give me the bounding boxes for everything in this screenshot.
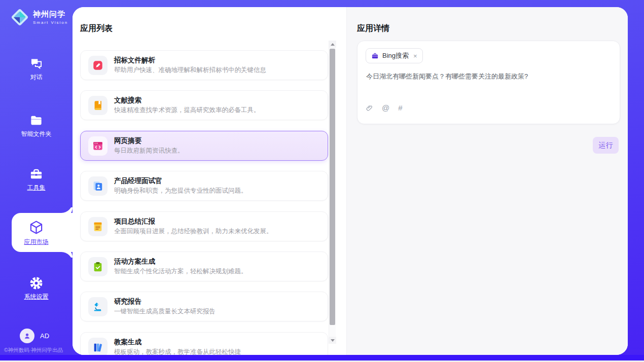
tool-tag-bing-search[interactable]: Bing搜索 × — [366, 48, 423, 63]
hash-icon[interactable]: # — [398, 103, 402, 112]
tool-tag-label: Bing搜索 — [382, 51, 409, 60]
app-card-activity-plan[interactable]: 活动方案生成 智能生成个性化活动方案，轻松解决规划难题。 — [80, 251, 328, 281]
app-window: 神州问学 Smart Vision 对话 智能文件夹 — [0, 0, 644, 362]
user-account[interactable]: AD — [20, 329, 49, 343]
app-card-desc: 帮助用户快速、准确地理解和解析招标书中的关键信息 — [114, 66, 322, 75]
app-card-lesson-plan[interactable]: 教案生成 模板驱动，教案秒成，教学准备从此轻松快捷 — [80, 332, 328, 355]
brand-text: 神州问学 Smart Vision — [33, 10, 68, 25]
app-card-title: 网页摘要 — [114, 136, 141, 146]
app-list: 招标文件解析 帮助用户快速、准确地理解和解析招标书中的关键信息 文献搜索 快速精… — [80, 7, 329, 355]
app-card-desc: 智能生成个性化活动方案，轻松解决规划难题。 — [114, 267, 322, 276]
book-icon — [88, 96, 108, 115]
sidebar-item-label: 对话 — [30, 73, 43, 82]
sidebar-item-app-market[interactable]: 应用市场 — [0, 220, 73, 246]
app-card-pm-interviewer[interactable]: 产品经理面试官 明确身份和职责，为您提供专业性的面试问题。 — [80, 171, 328, 201]
app-card-desc: 全面回顾项目进展，总结经验教训，助力未来优化发展。 — [114, 227, 322, 236]
brand-logo: 神州问学 Smart Vision — [10, 8, 68, 27]
bottom-accent-bar — [0, 355, 644, 360]
user-name: AD — [40, 332, 49, 340]
app-card-project-summary[interactable]: 项目总结汇报 全面回顾项目进展，总结经验教训，助力未来优化发展。 — [80, 211, 328, 241]
sidebar-item-settings[interactable]: 系统设置 — [0, 276, 73, 301]
app-list-panel: 应用列表 招标文件解析 帮助用户快速、准确地理解和解析招标书中的关键信息 文献搜… — [73, 7, 346, 355]
app-card-title: 招标文件解析 — [114, 56, 155, 65]
triangle-up-icon — [331, 43, 335, 46]
content-panel: 应用列表 招标文件解析 帮助用户快速、准确地理解和解析招标书中的关键信息 文献搜… — [73, 7, 628, 355]
input-toolbar: @ # — [366, 103, 403, 112]
browser-code-icon — [88, 136, 108, 156]
tool-tag-close-icon[interactable]: × — [412, 52, 417, 60]
brand-name: 神州问学 — [33, 10, 68, 19]
app-card-web-summary[interactable]: 网页摘要 每日政府新闻资讯快查。 — [80, 131, 328, 161]
app-card-title: 活动方案生成 — [114, 257, 155, 266]
brand-subtitle: Smart Vision — [33, 20, 68, 25]
list-scrollbar[interactable] — [329, 41, 336, 344]
run-button[interactable]: 运行 — [593, 137, 619, 154]
toolbox-icon — [0, 167, 73, 181]
sidebar-item-smart-folder[interactable]: 智能文件夹 — [0, 114, 73, 138]
triangle-down-icon — [331, 339, 335, 342]
app-card-title: 教案生成 — [114, 338, 141, 347]
notepad-icon — [88, 217, 108, 236]
scrollbar-down-button[interactable] — [329, 337, 336, 344]
app-card-literature-search[interactable]: 文献搜索 快速精准查找学术资源，提高研究效率的必备工具。 — [80, 90, 328, 120]
app-card-bid-analysis[interactable]: 招标文件解析 帮助用户快速、准确地理解和解析招标书中的关键信息 — [80, 50, 328, 80]
sidebar-item-label: 工具集 — [27, 184, 46, 192]
sidebar-item-toolkit[interactable]: 工具集 — [0, 167, 73, 192]
interview-icon — [88, 176, 108, 196]
scrollbar-up-button[interactable] — [329, 41, 336, 48]
app-card-desc: 明确身份和职责，为您提供专业性的面试问题。 — [114, 187, 322, 195]
prompt-text-input[interactable]: 今日湖北有哪些新闻要点？有哪些需要关注的最新政策? — [366, 71, 613, 82]
gear-icon — [0, 276, 73, 290]
app-card-desc: 每日政府新闻资讯快查。 — [114, 147, 322, 155]
mention-icon[interactable]: @ — [382, 103, 389, 112]
app-card-title: 文献搜索 — [114, 96, 141, 105]
sidebar-item-label: 系统设置 — [24, 293, 49, 301]
avatar — [20, 329, 34, 343]
person-icon — [23, 332, 31, 340]
app-card-title: 项目总结汇报 — [114, 217, 155, 226]
app-card-research-report[interactable]: 研究报告 一键智能生成高质量长文本研究报告 — [80, 292, 328, 321]
cube-icon — [0, 220, 73, 235]
prompt-input-card[interactable]: Bing搜索 × 今日湖北有哪些新闻要点？有哪些需要关注的最新政策? @ # — [357, 41, 620, 124]
sidebar-item-chat[interactable]: 对话 — [0, 57, 73, 82]
scrollbar-thumb[interactable] — [330, 49, 335, 325]
diamond-logo-icon — [10, 8, 29, 27]
briefcase-icon — [371, 52, 379, 60]
app-card-title: 产品经理面试官 — [114, 176, 162, 186]
clipboard-check-icon — [88, 257, 108, 276]
microscope-icon — [88, 297, 108, 316]
attachment-icon[interactable] — [366, 104, 373, 112]
copyright-footer: ©神州数码·神州问学出品 — [0, 347, 81, 354]
folder-icon — [0, 114, 73, 127]
app-card-desc: 模板驱动，教案秒成，教学准备从此轻松快捷 — [114, 348, 322, 355]
app-detail-title: 应用详情 — [357, 23, 389, 34]
app-detail-panel: 应用详情 Bing搜索 × 今日湖北有哪些新闻要点？有哪些需要关注的最新政策? — [346, 7, 628, 355]
app-card-desc: 快速精准查找学术资源，提高研究效率的必备工具。 — [114, 106, 322, 115]
sidebar-item-label: 应用市场 — [24, 238, 49, 246]
app-card-title: 研究报告 — [114, 297, 141, 306]
pen-square-icon — [88, 56, 108, 75]
sidebar: 神州问学 Smart Vision 对话 智能文件夹 — [0, 0, 73, 360]
sidebar-item-label: 智能文件夹 — [21, 130, 52, 138]
books-icon — [88, 338, 108, 355]
app-card-desc: 一键智能生成高质量长文本研究报告 — [114, 307, 322, 316]
chat-icon — [0, 57, 73, 70]
